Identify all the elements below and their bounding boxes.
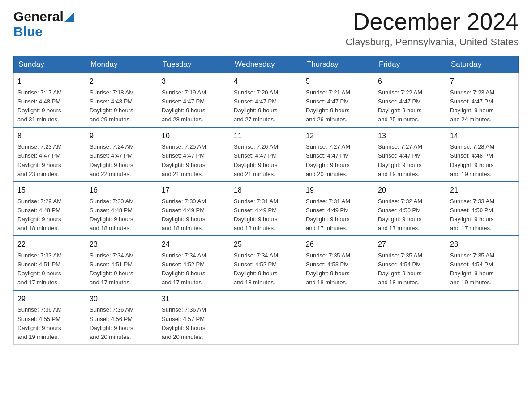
calendar-week-row: 1 Sunrise: 7:17 AM Sunset: 4:48 PM Dayli…	[14, 73, 519, 127]
table-row: 16 Sunrise: 7:30 AM Sunset: 4:48 PM Dayl…	[86, 182, 158, 236]
day-info: Sunrise: 7:29 AM Sunset: 4:48 PM Dayligh…	[17, 197, 82, 233]
logo-blue: Blue	[13, 24, 43, 39]
table-row: 5 Sunrise: 7:21 AM Sunset: 4:47 PM Dayli…	[302, 73, 374, 127]
day-info: Sunrise: 7:23 AM Sunset: 4:47 PM Dayligh…	[17, 142, 82, 179]
day-number: 31	[162, 294, 226, 305]
table-row: 7 Sunrise: 7:23 AM Sunset: 4:47 PM Dayli…	[446, 73, 519, 127]
table-row: 19 Sunrise: 7:31 AM Sunset: 4:49 PM Dayl…	[302, 182, 374, 236]
svg-marker-0	[64, 12, 74, 22]
day-info: Sunrise: 7:27 AM Sunset: 4:47 PM Dayligh…	[378, 142, 442, 179]
day-number: 21	[450, 185, 515, 196]
day-info: Sunrise: 7:18 AM Sunset: 4:48 PM Dayligh…	[90, 88, 154, 124]
day-number: 26	[306, 239, 370, 250]
day-info: Sunrise: 7:30 AM Sunset: 4:48 PM Dayligh…	[90, 197, 154, 233]
day-number: 2	[90, 76, 154, 87]
table-row: 24 Sunrise: 7:34 AM Sunset: 4:52 PM Dayl…	[158, 236, 230, 290]
header-tuesday: Tuesday	[158, 56, 230, 73]
table-row: 29 Sunrise: 7:36 AM Sunset: 4:55 PM Dayl…	[14, 291, 86, 345]
logo-general: General	[13, 9, 64, 24]
day-info: Sunrise: 7:34 AM Sunset: 4:52 PM Dayligh…	[234, 251, 298, 287]
day-info: Sunrise: 7:26 AM Sunset: 4:47 PM Dayligh…	[234, 142, 298, 179]
day-info: Sunrise: 7:24 AM Sunset: 4:47 PM Dayligh…	[90, 142, 154, 179]
day-number: 1	[17, 76, 82, 87]
day-number: 6	[378, 76, 442, 87]
table-row: 2 Sunrise: 7:18 AM Sunset: 4:48 PM Dayli…	[86, 73, 158, 127]
header-saturday: Saturday	[446, 56, 519, 73]
day-number: 16	[90, 185, 154, 196]
table-row: 25 Sunrise: 7:34 AM Sunset: 4:52 PM Dayl…	[230, 236, 302, 290]
table-row: 10 Sunrise: 7:25 AM Sunset: 4:47 PM Dayl…	[158, 128, 230, 182]
table-row: 11 Sunrise: 7:26 AM Sunset: 4:47 PM Dayl…	[230, 128, 302, 182]
day-number: 27	[378, 239, 442, 250]
day-info: Sunrise: 7:31 AM Sunset: 4:49 PM Dayligh…	[306, 197, 370, 233]
day-info: Sunrise: 7:35 AM Sunset: 4:53 PM Dayligh…	[306, 251, 370, 287]
table-row: 14 Sunrise: 7:28 AM Sunset: 4:48 PM Dayl…	[446, 128, 519, 182]
table-row: 9 Sunrise: 7:24 AM Sunset: 4:47 PM Dayli…	[86, 128, 158, 182]
day-info: Sunrise: 7:35 AM Sunset: 4:54 PM Dayligh…	[450, 251, 515, 287]
day-number: 15	[17, 185, 82, 196]
table-row: 27 Sunrise: 7:35 AM Sunset: 4:54 PM Dayl…	[374, 236, 446, 290]
table-row	[446, 291, 519, 345]
day-info: Sunrise: 7:33 AM Sunset: 4:50 PM Dayligh…	[450, 197, 515, 233]
calendar-week-row: 8 Sunrise: 7:23 AM Sunset: 4:47 PM Dayli…	[14, 128, 519, 182]
day-number: 28	[450, 239, 515, 250]
day-info: Sunrise: 7:28 AM Sunset: 4:48 PM Dayligh…	[450, 142, 515, 179]
table-row	[230, 291, 302, 345]
day-info: Sunrise: 7:32 AM Sunset: 4:50 PM Dayligh…	[378, 197, 442, 233]
table-row: 15 Sunrise: 7:29 AM Sunset: 4:48 PM Dayl…	[14, 182, 86, 236]
page-header: General Blue December 2024 Claysburg, Pe…	[13, 9, 519, 48]
calendar-week-row: 29 Sunrise: 7:36 AM Sunset: 4:55 PM Dayl…	[14, 291, 519, 345]
day-info: Sunrise: 7:21 AM Sunset: 4:47 PM Dayligh…	[306, 88, 370, 124]
table-row: 6 Sunrise: 7:22 AM Sunset: 4:47 PM Dayli…	[374, 73, 446, 127]
day-number: 5	[306, 76, 370, 87]
header-friday: Friday	[374, 56, 446, 73]
day-number: 14	[450, 131, 515, 142]
day-number: 25	[234, 239, 298, 250]
calendar-table: Sunday Monday Tuesday Wednesday Thursday…	[13, 56, 519, 345]
day-number: 9	[90, 131, 154, 142]
day-number: 12	[306, 131, 370, 142]
table-row: 4 Sunrise: 7:20 AM Sunset: 4:47 PM Dayli…	[230, 73, 302, 127]
day-number: 17	[162, 185, 226, 196]
header-monday: Monday	[86, 56, 158, 73]
day-info: Sunrise: 7:27 AM Sunset: 4:47 PM Dayligh…	[306, 142, 370, 179]
day-number: 24	[162, 239, 226, 250]
title-section: December 2024 Claysburg, Pennsylvania, U…	[346, 9, 519, 48]
day-number: 7	[450, 76, 515, 87]
table-row: 13 Sunrise: 7:27 AM Sunset: 4:47 PM Dayl…	[374, 128, 446, 182]
day-number: 8	[17, 131, 82, 142]
day-number: 13	[378, 131, 442, 142]
day-number: 3	[162, 76, 226, 87]
table-row	[302, 291, 374, 345]
table-row: 31 Sunrise: 7:36 AM Sunset: 4:57 PM Dayl…	[158, 291, 230, 345]
table-row: 23 Sunrise: 7:34 AM Sunset: 4:51 PM Dayl…	[86, 236, 158, 290]
day-number: 20	[378, 185, 442, 196]
logo: General Blue	[13, 9, 74, 39]
day-info: Sunrise: 7:20 AM Sunset: 4:47 PM Dayligh…	[234, 88, 298, 124]
day-number: 19	[306, 185, 370, 196]
day-info: Sunrise: 7:36 AM Sunset: 4:57 PM Dayligh…	[162, 305, 226, 342]
header-wednesday: Wednesday	[230, 56, 302, 73]
table-row: 18 Sunrise: 7:31 AM Sunset: 4:49 PM Dayl…	[230, 182, 302, 236]
day-info: Sunrise: 7:25 AM Sunset: 4:47 PM Dayligh…	[162, 142, 226, 179]
day-number: 22	[17, 239, 82, 250]
location-subtitle: Claysburg, Pennsylvania, United States	[346, 36, 519, 48]
day-number: 23	[90, 239, 154, 250]
header-thursday: Thursday	[302, 56, 374, 73]
day-info: Sunrise: 7:30 AM Sunset: 4:49 PM Dayligh…	[162, 197, 226, 233]
table-row: 22 Sunrise: 7:33 AM Sunset: 4:51 PM Dayl…	[14, 236, 86, 290]
table-row: 28 Sunrise: 7:35 AM Sunset: 4:54 PM Dayl…	[446, 236, 519, 290]
day-info: Sunrise: 7:33 AM Sunset: 4:51 PM Dayligh…	[17, 251, 82, 287]
table-row: 1 Sunrise: 7:17 AM Sunset: 4:48 PM Dayli…	[14, 73, 86, 127]
day-info: Sunrise: 7:36 AM Sunset: 4:55 PM Dayligh…	[17, 305, 82, 342]
header-sunday: Sunday	[14, 56, 86, 73]
day-info: Sunrise: 7:31 AM Sunset: 4:49 PM Dayligh…	[234, 197, 298, 233]
calendar-week-row: 15 Sunrise: 7:29 AM Sunset: 4:48 PM Dayl…	[14, 182, 519, 236]
day-info: Sunrise: 7:19 AM Sunset: 4:47 PM Dayligh…	[162, 88, 226, 124]
table-row: 17 Sunrise: 7:30 AM Sunset: 4:49 PM Dayl…	[158, 182, 230, 236]
day-number: 11	[234, 131, 298, 142]
table-row: 12 Sunrise: 7:27 AM Sunset: 4:47 PM Dayl…	[302, 128, 374, 182]
day-number: 18	[234, 185, 298, 196]
day-number: 30	[90, 294, 154, 305]
table-row: 30 Sunrise: 7:36 AM Sunset: 4:56 PM Dayl…	[86, 291, 158, 345]
